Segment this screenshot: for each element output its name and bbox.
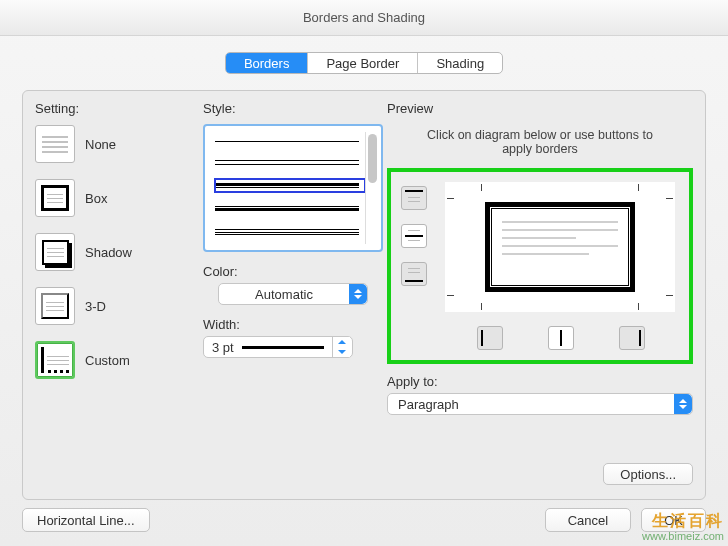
ok-button[interactable]: OK: [641, 508, 706, 532]
border-vmiddle-button[interactable]: [548, 326, 574, 350]
setting-3d-icon: [35, 287, 75, 325]
setting-label: 3-D: [85, 299, 106, 314]
border-top-button[interactable]: [401, 186, 427, 210]
setting-label: Shadow: [85, 245, 132, 260]
apply-to-heading: Apply to:: [387, 374, 693, 389]
cancel-button[interactable]: Cancel: [545, 508, 631, 532]
preview-column: Preview Click on diagram below or use bu…: [387, 101, 693, 487]
window-titlebar: Borders and Shading: [0, 0, 728, 36]
chevron-up-down-icon: [349, 284, 367, 304]
preview-heading: Preview: [387, 101, 693, 116]
setting-label: Box: [85, 191, 107, 206]
border-hmiddle-button[interactable]: [401, 224, 427, 248]
style-option-3[interactable]: [215, 202, 365, 215]
main-panel: Setting: None Box Shadow 3-D Custom: [22, 90, 706, 500]
preview-help-text: Click on diagram below or use buttons to…: [387, 124, 693, 162]
edge-buttons-horizontal: [457, 326, 665, 350]
setting-box[interactable]: Box: [35, 178, 185, 218]
color-select[interactable]: Automatic: [218, 283, 368, 305]
width-heading: Width:: [203, 317, 383, 332]
width-preview-line: [242, 346, 324, 349]
width-select[interactable]: 3 pt: [203, 336, 353, 358]
setting-label: None: [85, 137, 116, 152]
setting-none[interactable]: None: [35, 124, 185, 164]
style-scrollbar[interactable]: [365, 132, 379, 244]
style-option-1[interactable]: [215, 156, 365, 169]
color-heading: Color:: [203, 264, 383, 279]
edge-buttons-vertical: [401, 186, 427, 286]
horizontal-line-button[interactable]: Horizontal Line...: [22, 508, 150, 532]
setting-3d[interactable]: 3-D: [35, 286, 185, 326]
preview-stage[interactable]: [445, 182, 675, 312]
setting-box-icon: [35, 179, 75, 217]
tab-shading[interactable]: Shading: [418, 53, 502, 73]
options-button[interactable]: Options...: [603, 463, 693, 485]
setting-none-icon: [35, 125, 75, 163]
width-stepper[interactable]: [332, 337, 350, 357]
setting-custom-icon: [35, 341, 75, 379]
stepper-up-icon[interactable]: [333, 337, 350, 347]
style-option-4[interactable]: [215, 225, 365, 239]
border-right-button[interactable]: [619, 326, 645, 350]
tab-borders[interactable]: Borders: [226, 53, 309, 73]
style-column: Style: Color: Automatic Width: 3 pt: [203, 101, 383, 487]
style-listbox[interactable]: [203, 124, 383, 252]
style-option-0[interactable]: [215, 137, 365, 146]
settings-list: None Box Shadow 3-D Custom: [35, 124, 185, 380]
segmented-control: Borders Page Border Shading: [225, 52, 503, 74]
style-option-2[interactable]: [215, 179, 365, 192]
preview-area: [387, 168, 693, 364]
preview-document: [485, 202, 635, 292]
style-list: [215, 132, 365, 244]
apply-to-select[interactable]: Paragraph: [387, 393, 693, 415]
apply-to-row: Apply to: Paragraph: [387, 374, 693, 415]
tab-page-border[interactable]: Page Border: [308, 53, 418, 73]
border-bottom-button[interactable]: [401, 262, 427, 286]
chevron-up-down-icon: [674, 394, 692, 414]
border-left-button[interactable]: [477, 326, 503, 350]
style-heading: Style:: [203, 101, 383, 116]
setting-label: Custom: [85, 353, 130, 368]
dialog-buttons: Cancel OK: [545, 508, 706, 532]
settings-heading: Setting:: [35, 101, 185, 116]
tab-bar: Borders Page Border Shading: [0, 36, 728, 84]
color-value: Automatic: [219, 287, 349, 302]
setting-shadow[interactable]: Shadow: [35, 232, 185, 272]
settings-column: Setting: None Box Shadow 3-D Custom: [35, 101, 185, 487]
apply-to-value: Paragraph: [388, 397, 674, 412]
stepper-down-icon[interactable]: [333, 347, 350, 357]
window-title: Borders and Shading: [303, 10, 425, 25]
width-value: 3 pt: [212, 340, 234, 355]
setting-shadow-icon: [35, 233, 75, 271]
setting-custom[interactable]: Custom: [35, 340, 185, 380]
